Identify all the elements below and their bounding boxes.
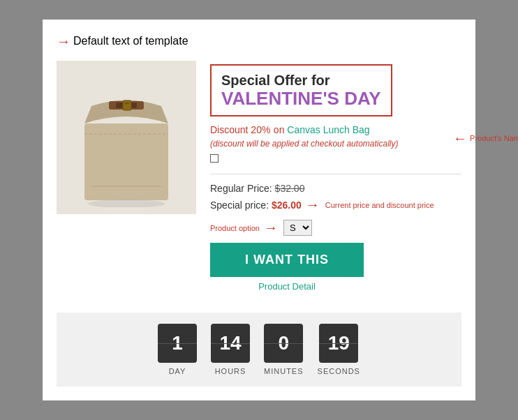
countdown-label: MINUTES xyxy=(264,367,304,375)
svg-rect-4 xyxy=(125,103,129,104)
prices-annotation-label: Current price and discount price xyxy=(325,201,434,209)
discount-note: (discount will be applied at checkout au… xyxy=(210,139,461,149)
want-this-button[interactable]: I WANT THIS xyxy=(210,243,364,277)
option-annotation-label: Product option xyxy=(210,224,260,232)
flip-number: 14 xyxy=(211,324,250,363)
product-image xyxy=(71,68,182,207)
prices-section: Regular Price: $32.00 Special price: $26… xyxy=(210,174,461,213)
flip-number: 0 xyxy=(264,324,303,363)
annotation-arrow-left-icon: → xyxy=(453,130,467,147)
special-price: Special price: $26.00 xyxy=(210,200,302,211)
regular-price-label: Regular Price: xyxy=(210,183,272,194)
svg-rect-0 xyxy=(84,123,168,200)
countdown-item: 19 SECONDS xyxy=(318,324,360,375)
default-text-annotation: Default text of template xyxy=(73,35,188,47)
special-price-value: $26.00 xyxy=(272,200,302,211)
regular-price-value: $32.00 xyxy=(275,183,305,194)
regular-price: Regular Price: $32.00 xyxy=(210,183,461,194)
countdown-item: 0 MINUTES xyxy=(264,324,304,375)
countdown-item: 14 HOURS xyxy=(211,324,250,375)
valentine-text: VALENTINE'S DAY xyxy=(221,89,381,109)
product-name-label: Product's Name xyxy=(470,134,518,142)
product-section: Special Offer for VALENTINE'S DAY Discou… xyxy=(57,54,461,306)
product-info: Special Offer for VALENTINE'S DAY Discou… xyxy=(210,61,461,299)
special-offer-box: Special Offer for VALENTINE'S DAY xyxy=(210,64,392,117)
checkbox-icon[interactable] xyxy=(210,154,219,163)
size-select[interactable]: S M L xyxy=(283,220,312,236)
discount-text: Discount 20% xyxy=(210,124,270,135)
product-name-link[interactable]: Canvas Lunch Bag xyxy=(287,124,369,135)
option-annotation: Product option → xyxy=(210,220,278,236)
option-row: Product option → S M L xyxy=(210,220,461,236)
svg-point-7 xyxy=(88,200,165,207)
countdown-label: SECONDS xyxy=(318,367,360,375)
product-image-area xyxy=(57,61,196,214)
annotation-arrow-icon: → xyxy=(57,33,71,50)
discount-line: Discount 20% on Canvas Lunch Bag xyxy=(210,123,461,136)
countdown-label: HOURS xyxy=(215,367,246,375)
flip-number: 19 xyxy=(319,324,358,363)
special-offer-title: Special Offer for xyxy=(221,73,381,89)
svg-rect-3 xyxy=(123,100,131,110)
countdown-section: 1 DAY 14 HOURS 0 MINUTES 19 SECONDS xyxy=(57,313,461,387)
annotation-top: → Default text of template xyxy=(57,33,461,50)
main-container: → Default text of template xyxy=(43,20,475,401)
special-price-label: Special price: xyxy=(210,200,269,211)
price-annotation-arrow-icon: → xyxy=(306,197,320,213)
flip-number: 1 xyxy=(158,324,197,363)
countdown-label: DAY xyxy=(169,367,186,375)
product-detail-link[interactable]: Product Detail xyxy=(210,281,364,292)
countdown-item: 1 DAY xyxy=(158,324,197,375)
product-name-annotation: → Product's Name xyxy=(453,130,518,147)
option-arrow-icon: → xyxy=(264,220,278,236)
discount-suffix: on xyxy=(274,124,287,135)
special-price-row: Special price: $26.00 → Current price an… xyxy=(210,197,461,213)
